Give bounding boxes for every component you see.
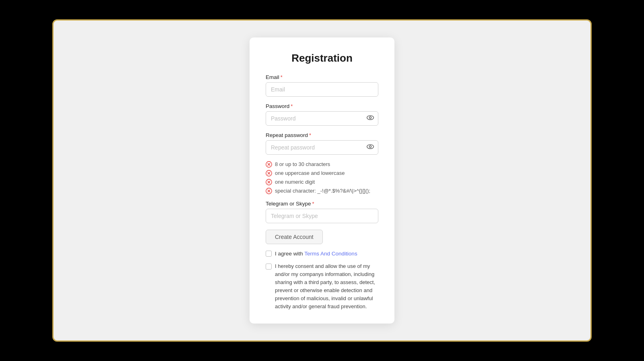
email-input[interactable] xyxy=(266,82,378,97)
repeat-password-required-star: * xyxy=(309,132,311,138)
repeat-password-input-wrapper xyxy=(266,140,378,155)
telegram-skype-group: Telegram or Skype * xyxy=(266,201,378,223)
repeat-password-label: Repeat password * xyxy=(266,132,378,138)
telegram-skype-input[interactable] xyxy=(266,209,378,223)
consent-row: I hereby consent and allow the use of my… xyxy=(266,262,378,311)
email-input-wrapper xyxy=(266,82,378,97)
password-input[interactable] xyxy=(266,111,378,126)
repeat-password-toggle-icon[interactable] xyxy=(366,143,374,152)
terms-link[interactable]: Terms And Conditions xyxy=(304,251,357,257)
outer-frame: Registration Email * Password * xyxy=(52,19,592,342)
email-group: Email * xyxy=(266,74,378,97)
password-toggle-icon[interactable] xyxy=(366,114,374,123)
repeat-password-group: Repeat password * xyxy=(266,132,378,155)
terms-checkbox[interactable] xyxy=(266,251,272,257)
terms-text: I agree with Terms And Conditions xyxy=(275,251,357,257)
validation-error-icon-digit xyxy=(266,179,272,185)
email-required-star: * xyxy=(281,74,283,80)
validation-list: 8 or up to 30 characters one uppercase a… xyxy=(266,161,378,194)
svg-point-2 xyxy=(367,145,374,149)
validation-text-special: special character: _-!@*.$%?&#/\|>^{}[](… xyxy=(275,188,370,194)
svg-point-3 xyxy=(369,146,372,148)
validation-item-digit: one numeric digit xyxy=(266,179,378,185)
validation-text-case: one uppercase and lowercase xyxy=(275,170,345,176)
telegram-skype-required-star: * xyxy=(312,201,314,207)
terms-row: I agree with Terms And Conditions xyxy=(266,251,378,257)
svg-point-0 xyxy=(367,116,374,120)
password-required-star: * xyxy=(291,103,293,109)
validation-item-special: special character: _-!@*.$%?&#/\|>^{}[](… xyxy=(266,188,378,194)
validation-text-digit: one numeric digit xyxy=(275,179,315,185)
validation-item-case: one uppercase and lowercase xyxy=(266,170,378,176)
email-label: Email * xyxy=(266,74,378,80)
telegram-skype-label: Telegram or Skype * xyxy=(266,201,378,207)
password-group: Password * xyxy=(266,103,378,126)
telegram-skype-input-wrapper xyxy=(266,209,378,223)
validation-text-length: 8 or up to 30 characters xyxy=(275,161,330,167)
password-input-wrapper xyxy=(266,111,378,126)
validation-item-length: 8 or up to 30 characters xyxy=(266,161,378,168)
password-label: Password * xyxy=(266,103,378,109)
consent-checkbox[interactable] xyxy=(266,263,272,270)
validation-error-icon-length xyxy=(266,161,272,168)
validation-error-icon-case xyxy=(266,170,272,176)
repeat-password-input[interactable] xyxy=(266,140,378,155)
validation-error-icon-special xyxy=(266,188,272,194)
registration-card: Registration Email * Password * xyxy=(250,37,394,324)
page-title: Registration xyxy=(266,52,378,64)
create-account-button[interactable]: Create Account xyxy=(266,230,323,244)
svg-point-1 xyxy=(369,117,372,119)
consent-text: I hereby consent and allow the use of my… xyxy=(275,262,378,311)
